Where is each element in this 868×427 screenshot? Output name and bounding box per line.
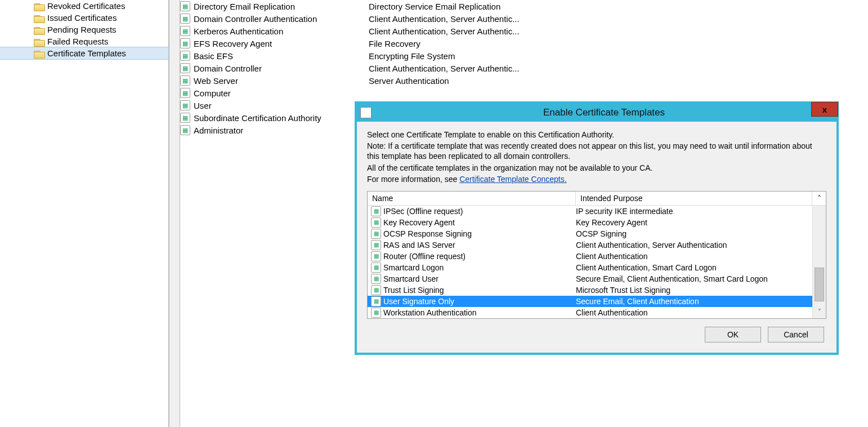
dialog-row-purpose: Client Authentication [576,308,812,317]
template-purpose: Directory Service Email Replication [369,2,868,11]
dialog-app-icon [360,107,372,118]
certificate-template-concepts-link[interactable]: Certificate Template Concepts. [459,175,566,184]
dialog-note: Note: If a certificate template that was… [367,141,826,161]
scroll-down-button[interactable]: ˅ [813,306,826,318]
dialog-list-row[interactable]: ▦Smartcard UserSecure Email, Client Auth… [368,273,812,284]
dialog-list-row[interactable]: ▦RAS and IAS ServerClient Authentication… [368,239,812,251]
dialog-list-row[interactable]: ▦IPSec (Offline request)IP security IKE … [368,206,812,217]
dialog-list: Name Intended Purpose ˄ ▦IPSec (Offline … [367,191,826,319]
dialog-list-row[interactable]: ▦Trust List SigningMicrosoft Trust List … [368,284,812,296]
template-name: Directory Email Replication [194,2,295,11]
close-button[interactable]: x [811,102,838,117]
folder-icon [34,50,44,57]
dialog-instruction: Select one Certificate Template to enabl… [367,130,826,140]
dialog-enable-certificate-templates: Enable Certificate Templates x Select on… [355,101,839,355]
dialog-row-purpose: IP security IKE intermediate [576,207,812,216]
dialog-row-purpose: Client Authentication [576,252,812,261]
dialog-titlebar[interactable]: Enable Certificate Templates x [357,104,836,122]
dialog-list-row[interactable]: ▦Router (Offline request)Client Authenti… [368,251,812,262]
dialog-row-purpose: Client Authentication, Server Authentica… [576,241,812,250]
certificate-icon: ▦ [371,274,381,284]
dialog-row-purpose: Secure Email, Client Authentication [576,297,812,306]
splitter[interactable] [169,0,180,427]
certificate-icon: ▦ [371,206,381,216]
dialog-list-row[interactable]: ▦Smartcard LogonClient Authentication, S… [368,262,812,273]
tree-item-label: Issued Certificates [47,13,117,23]
certificate-icon: ▦ [371,240,381,250]
certificate-icon: ▦ [180,113,190,123]
template-row[interactable]: ▦Web ServerServer Authentication [180,74,868,87]
dialog-list-header: Name Intended Purpose ˄ [368,192,826,206]
certificate-icon: ▦ [180,75,190,86]
certificate-icon: ▦ [371,285,381,295]
tree-item-revoked-certificates[interactable]: Revoked Certificates [0,0,168,12]
dialog-row-name: Smartcard User [383,274,439,283]
template-name: User [194,101,212,110]
certificate-icon: ▦ [180,14,190,24]
template-name: Administrator [194,126,243,135]
certificate-icon: ▦ [180,63,190,73]
folder-icon [34,38,44,46]
template-name: Subordinate Certification Authority [194,113,321,123]
tree-item-pending-requests[interactable]: Pending Requests [0,24,168,35]
dialog-row-name: Workstation Authentication [383,308,477,317]
column-header-intended-purpose[interactable]: Intended Purpose [576,192,812,205]
more-info-prefix: For more information, see [367,175,459,184]
dialog-body: Select one Certificate Template to enabl… [357,122,836,353]
dialog-button-row: OK Cancel [367,319,826,344]
template-row[interactable]: ▦Computer [180,87,868,99]
dialog-row-purpose: Secure Email, Client Authentication, Sma… [576,274,812,283]
cancel-button[interactable]: Cancel [768,327,824,343]
ok-button[interactable]: OK [705,327,761,343]
template-name: Kerberos Authentication [194,26,283,36]
scrollbar-thumb[interactable] [815,268,824,301]
dialog-list-row[interactable]: ▦Key Recovery AgentKey Recovery Agent [368,217,812,228]
scroll-up-button[interactable]: ˄ [812,192,826,205]
template-row[interactable]: ▦Directory Email ReplicationDirectory Se… [180,0,868,12]
dialog-instruction-2: All of the certificate templates in the … [367,163,826,173]
tree-item-certificate-templates[interactable]: Certificate Templates [0,47,169,60]
column-header-name[interactable]: Name [368,192,576,205]
template-name: Domain Controller [194,64,262,73]
dialog-row-purpose: Client Authentication, Smart Card Logon [576,263,812,272]
template-row[interactable]: ▦Domain ControllerClient Authentication,… [180,62,868,74]
template-row[interactable]: ▦Basic EFSEncrypting File System [180,50,868,62]
certificate-icon: ▦ [180,100,190,110]
dialog-list-row[interactable]: ▦Workstation AuthenticationClient Authen… [368,307,812,318]
dialog-row-name: Trust List Signing [383,286,444,295]
dialog-scrollbar[interactable]: ˅ [812,206,826,318]
template-row[interactable]: ▦EFS Recovery AgentFile Recovery [180,37,868,50]
certificate-icon: ▦ [371,296,381,306]
template-row[interactable]: ▦Domain Controller AuthenticationClient … [180,12,868,25]
dialog-row-purpose: Microsoft Trust List Signing [576,286,812,295]
template-row[interactable]: ▦Kerberos AuthenticationClient Authentic… [180,25,868,37]
folder-icon [34,2,44,10]
template-purpose: Client Authentication, Server Authentic.… [369,14,868,24]
dialog-row-purpose: Key Recovery Agent [576,218,812,227]
certificate-icon: ▦ [180,26,190,36]
dialog-list-row[interactable]: ▦User Signature OnlySecure Email, Client… [368,296,812,307]
dialog-list-row[interactable]: ▦OCSP Response SigningOCSP Signing [368,228,812,239]
dialog-title: Enable Certificate Templates [372,107,836,118]
template-name: Computer [194,88,231,98]
dialog-row-name: Router (Offline request) [383,252,466,261]
certificate-icon: ▦ [371,229,381,239]
certificate-icon: ▦ [180,125,190,135]
dialog-row-name: OCSP Response Signing [383,229,472,238]
folder-icon [34,26,44,34]
dialog-row-name: RAS and IAS Server [383,241,455,250]
tree-pane: Revoked Certificates Issued Certificates… [0,0,169,427]
dialog-row-name: Smartcard Logon [383,263,444,272]
certificate-icon: ▦ [371,217,381,228]
certificate-icon: ▦ [180,38,190,48]
dialog-row-purpose: OCSP Signing [576,229,812,238]
template-purpose: Server Authentication [369,76,868,86]
template-purpose: Encrypting File System [369,51,868,61]
tree-item-failed-requests[interactable]: Failed Requests [0,35,168,47]
template-name: Web Server [194,76,238,86]
dialog-row-name: Key Recovery Agent [383,218,455,227]
tree-item-label: Pending Requests [47,25,117,34]
tree-item-label: Failed Requests [47,37,108,46]
tree-item-issued-certificates[interactable]: Issued Certificates [0,12,168,24]
certificate-icon: ▦ [180,88,190,98]
